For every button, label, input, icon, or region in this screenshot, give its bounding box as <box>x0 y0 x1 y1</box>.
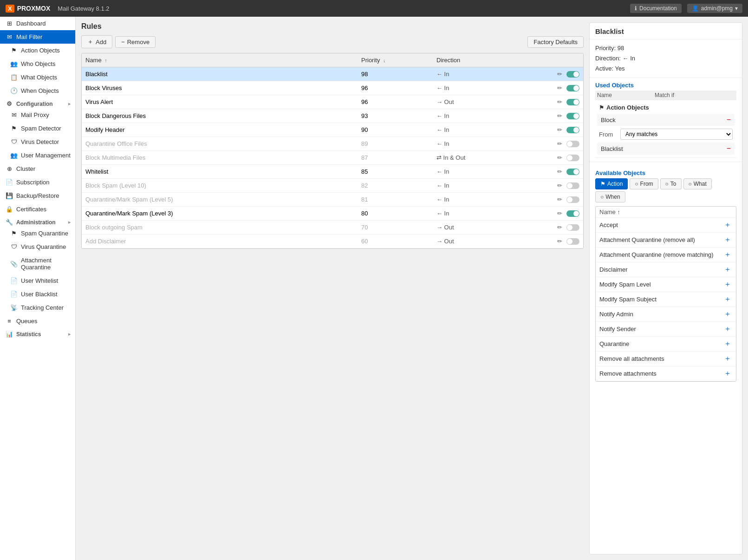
toggle-button[interactable] <box>566 85 579 91</box>
toggle-button[interactable] <box>566 238 579 245</box>
sidebar-item-attachment-quarantine[interactable]: 📎 Attachment Quarantine <box>0 254 75 274</box>
edit-button[interactable]: ✏ <box>556 126 564 134</box>
toggle-button[interactable] <box>566 141 579 147</box>
list-item: Quarantine ＋ <box>596 337 736 352</box>
sidebar-item-statistics[interactable]: 📊 Statistics ▸ <box>0 328 75 339</box>
tab-when[interactable]: ○ When <box>595 191 625 202</box>
documentation-button[interactable]: ℹ Documentation <box>630 4 682 13</box>
edit-button[interactable]: ✏ <box>556 195 564 203</box>
avail-item-label: Disclaimer <box>599 266 628 273</box>
sidebar-item-configuration[interactable]: ⚙ Configuration ▸ <box>0 98 75 108</box>
toggle-button[interactable] <box>566 99 579 105</box>
avail-add-button[interactable]: ＋ <box>723 235 732 245</box>
toggle-button[interactable] <box>566 71 579 78</box>
edit-button[interactable]: ✏ <box>556 182 564 189</box>
avail-add-button[interactable]: ＋ <box>723 220 732 230</box>
row-priority: 80 <box>358 207 433 221</box>
row-actions-cell: ✏ <box>508 165 583 179</box>
rules-title: Rules <box>81 22 102 31</box>
sidebar-item-administration[interactable]: 🔧 Administration ▸ <box>0 216 75 227</box>
sidebar-item-action-objects[interactable]: ⚑ Action Objects <box>0 44 75 57</box>
sidebar-item-user-blacklist[interactable]: 📄 User Blacklist <box>0 287 75 301</box>
toggle-button[interactable] <box>566 196 579 203</box>
sidebar-item-mail-filter[interactable]: ✉ Mail Filter <box>0 30 75 44</box>
row-direction: ← In <box>433 137 508 151</box>
sidebar-item-user-whitelist[interactable]: 📄 User Whitelist <box>0 274 75 287</box>
toggle-button[interactable] <box>566 169 579 175</box>
sidebar-item-who-objects[interactable]: 👥 Who Objects <box>0 57 75 71</box>
avail-add-button[interactable]: ＋ <box>723 369 732 378</box>
col-header-priority[interactable]: Priority ↓ <box>358 53 433 67</box>
toggle-button[interactable] <box>566 127 579 133</box>
sidebar-item-spam-quarantine[interactable]: ⚑ Spam Quarantine <box>0 227 75 240</box>
sidebar-item-certificates[interactable]: 🔒 Certificates <box>0 202 75 216</box>
tab-action[interactable]: ⚑ Action <box>595 178 628 189</box>
table-header-row: Name ↑ Priority ↓ Direction <box>82 53 583 67</box>
avail-add-button[interactable]: ＋ <box>723 265 732 274</box>
sidebar-item-subscription[interactable]: 📄 Subscription <box>0 176 75 189</box>
row-actions-cell: ✏ <box>508 179 583 193</box>
avail-add-button[interactable]: ＋ <box>723 294 732 304</box>
sidebar-item-spam-detector[interactable]: ⚑ Spam Detector <box>0 122 75 135</box>
block-remove-button[interactable]: − <box>727 116 731 124</box>
toggle-button[interactable] <box>566 210 579 217</box>
edit-button[interactable]: ✏ <box>556 168 564 176</box>
edit-button[interactable]: ✏ <box>556 154 564 162</box>
edit-button[interactable]: ✏ <box>556 237 564 245</box>
edit-button[interactable]: ✏ <box>556 98 564 106</box>
stats-chevron-icon: ▸ <box>68 332 71 337</box>
when-objects-icon: 🕐 <box>10 87 18 94</box>
when-tab-icon: ○ <box>600 194 604 200</box>
edit-button[interactable]: ✏ <box>556 209 564 217</box>
from-select[interactable]: Any matches All matches <box>620 129 733 140</box>
sidebar-item-mail-proxy[interactable]: ✉ Mail Proxy <box>0 108 75 122</box>
table-row: Blacklist 98 ← In ✏ <box>82 67 583 81</box>
edit-button[interactable]: ✏ <box>556 84 564 92</box>
sidebar-item-when-objects[interactable]: 🕐 When Objects <box>0 84 75 98</box>
list-item: Notify Admin ＋ <box>596 307 736 322</box>
avail-add-button[interactable]: ＋ <box>723 309 732 319</box>
row-actions-cell: ✏ <box>508 137 583 151</box>
sidebar-item-user-management[interactable]: 👥 User Management <box>0 149 75 162</box>
list-item: Modify Spam Level ＋ <box>596 277 736 292</box>
sort-desc-icon: ↓ <box>383 58 386 63</box>
add-button[interactable]: ＋ Add <box>81 35 112 48</box>
avail-add-button[interactable]: ＋ <box>723 339 732 349</box>
avail-add-button[interactable]: ＋ <box>723 324 732 334</box>
edit-button[interactable]: ✏ <box>556 112 564 120</box>
factory-defaults-button[interactable]: Factory Defaults <box>527 36 584 48</box>
avail-add-button[interactable]: ＋ <box>723 250 732 260</box>
col-header-direction[interactable]: Direction <box>433 53 508 67</box>
col-header-name[interactable]: Name ↑ <box>82 53 358 67</box>
sidebar-item-virus-quarantine[interactable]: 🛡 Virus Quarantine <box>0 240 75 254</box>
edit-button[interactable]: ✏ <box>556 70 564 78</box>
toggle-button[interactable] <box>566 155 579 161</box>
remove-button[interactable]: − Remove <box>115 36 156 48</box>
panel-title: Blacklist <box>590 23 742 39</box>
admin-button[interactable]: 👤 admin@pmg ▾ <box>687 4 742 13</box>
sidebar-item-dashboard[interactable]: ⊞ Dashboard <box>0 17 75 30</box>
table-row: Block Spam (Level 10) 82 ← In ✏ <box>82 179 583 193</box>
blacklist-remove-button[interactable]: − <box>727 144 731 153</box>
list-item: Attachment Quarantine (remove all) ＋ <box>596 233 736 247</box>
tab-from[interactable]: ○ From <box>630 178 658 189</box>
avail-add-button[interactable]: ＋ <box>723 280 732 289</box>
edit-button[interactable]: ✏ <box>556 140 564 148</box>
sidebar-item-cluster[interactable]: ⊕ Cluster <box>0 162 75 176</box>
tab-what[interactable]: ○ What <box>683 178 712 189</box>
tab-to[interactable]: ○ To <box>660 178 682 189</box>
active-value: Yes <box>615 65 624 72</box>
edit-button[interactable]: ✏ <box>556 223 564 231</box>
sidebar-item-what-objects[interactable]: 📋 What Objects <box>0 71 75 84</box>
avail-add-button[interactable]: ＋ <box>723 354 732 364</box>
app-logo: X PROXMOX <box>6 5 50 13</box>
sidebar-item-backup-restore[interactable]: 💾 Backup/Restore <box>0 189 75 202</box>
sidebar-item-queues[interactable]: ≡ Queues <box>0 314 75 328</box>
toggle-button[interactable] <box>566 182 579 189</box>
main-content: Rules ＋ Add − Remove Factory Defaults <box>76 17 748 560</box>
toggle-button[interactable] <box>566 224 579 231</box>
toggle-button[interactable] <box>566 113 579 119</box>
what-objects-icon: 📋 <box>10 74 18 81</box>
sidebar-item-tracking-center[interactable]: 📡 Tracking Center <box>0 301 75 314</box>
sidebar-item-virus-detector[interactable]: 🛡 Virus Detector <box>0 135 75 149</box>
